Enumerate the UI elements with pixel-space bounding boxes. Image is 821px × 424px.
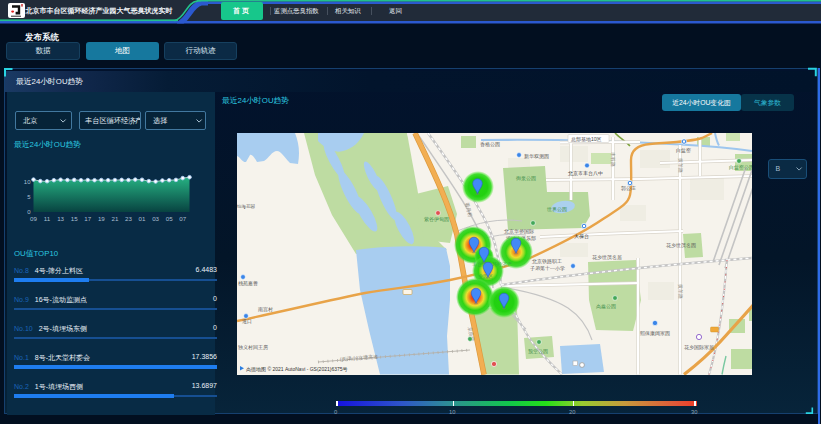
svg-text:预堂公园: 预堂公园 (528, 348, 548, 355)
svg-text:21: 21 (111, 215, 118, 222)
svg-text:07: 07 (179, 215, 186, 222)
svg-text:大葆台: 大葆台 (574, 233, 589, 239)
svg-text:总部基地10区: 总部基地10区 (571, 136, 602, 143)
svg-text:01: 01 (139, 215, 146, 222)
svg-text:北京铁路职工: 北京铁路职工 (532, 258, 562, 265)
svg-text:高德地图 © 2021 AutoNavi - GS(2021: 高德地图 © 2021 AutoNavi - GS(2021)6375号 (246, 366, 348, 373)
svg-text:熙保康阔家园: 熙保康阔家园 (640, 330, 670, 337)
svg-text:桃苑嘉善: 桃苑嘉善 (238, 280, 258, 287)
svg-text:独义村回王房: 独义村回王房 (238, 344, 268, 351)
svg-text:花乡世茂名园: 花乡世茂名园 (666, 242, 696, 249)
svg-text:13: 13 (57, 215, 64, 222)
svg-text:10: 10 (24, 179, 31, 185)
svg-text:南宫村: 南宫村 (258, 306, 273, 313)
svg-text:北京华侨国际: 北京华侨国际 (504, 228, 534, 235)
svg-text:郭公庄: 郭公庄 (621, 185, 636, 192)
svg-text:17: 17 (84, 215, 91, 222)
svg-text:世界公园: 世界公园 (546, 206, 567, 213)
svg-text:新华双测园: 新华双测园 (524, 153, 549, 160)
svg-text:03: 03 (152, 215, 159, 222)
svg-text:花乡国际家居: 花乡国际家居 (684, 344, 714, 351)
svg-text:怡海花园: 怡海花园 (237, 204, 255, 209)
svg-text:05: 05 (166, 215, 173, 222)
svg-text:北京市丰台八中: 北京市丰台八中 (568, 170, 603, 177)
svg-text:23: 23 (125, 215, 132, 222)
svg-text:花乡世茂名居: 花乡世茂名居 (592, 254, 622, 261)
svg-text:11: 11 (44, 215, 51, 222)
svg-text:高鑫公园: 高鑫公园 (596, 303, 616, 310)
svg-text:15: 15 (71, 215, 78, 222)
svg-text:紫谷伊甸园: 紫谷伊甸园 (424, 216, 449, 223)
svg-text:丰科路: 丰科路 (610, 152, 617, 167)
svg-text:子弟第十一小学: 子弟第十一小学 (530, 265, 565, 272)
svg-text:19: 19 (98, 215, 105, 222)
svg-text:黄羊路: 黄羊路 (678, 158, 685, 173)
svg-text:香格公园: 香格公园 (480, 141, 500, 148)
svg-text:御泉公园: 御泉公园 (516, 175, 536, 182)
svg-text:白盆窑公园: 白盆窑公园 (729, 164, 752, 171)
svg-text:道口: 道口 (242, 318, 252, 325)
svg-text:黄羊路: 黄羊路 (678, 284, 685, 299)
svg-text:5: 5 (27, 194, 31, 200)
svg-text:业园区: 业园区 (478, 273, 493, 280)
svg-text:09: 09 (30, 215, 37, 222)
svg-text:白盆窑: 白盆窑 (676, 147, 691, 154)
